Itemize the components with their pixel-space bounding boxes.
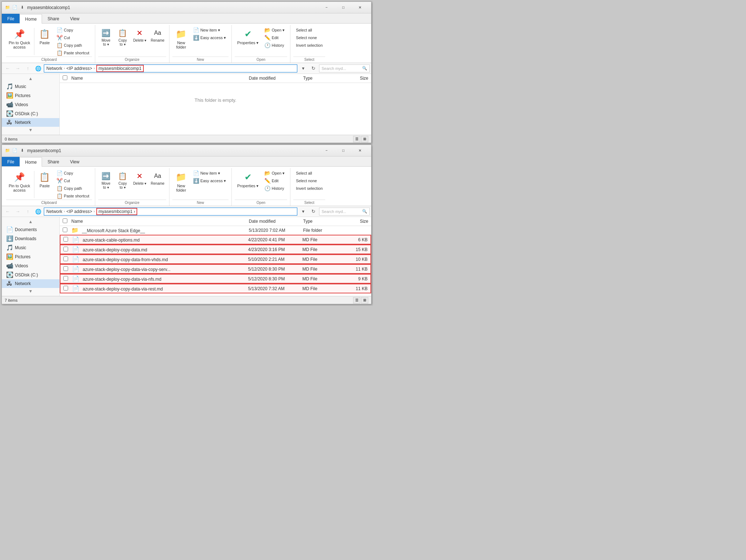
select-all-button[interactable]: Select all <box>293 170 325 177</box>
file-row[interactable]: 📄 azure-stack-deploy-copy-data-via-rest.… <box>60 284 371 293</box>
easy-access-button[interactable]: ⬇️ Easy access ▾ <box>190 34 229 41</box>
address-path[interactable]: Network › <IP address> › myasesmbcomp1 › <box>44 208 297 216</box>
invert-selection-button[interactable]: Invert selection <box>293 185 325 192</box>
paste-button[interactable]: 📋 Paste <box>36 26 53 51</box>
pin-quick-access-button[interactable]: 📌 Pin to Quickaccess <box>6 26 33 51</box>
ribbon-tab-view[interactable]: View <box>64 14 85 23</box>
new-item-button[interactable]: 📄 New item ▾ <box>190 26 229 34</box>
move-to-button[interactable]: ➡️ Moveto ▾ <box>98 170 114 194</box>
paste-shortcut-button[interactable]: 📋 Paste shortcut <box>54 192 92 200</box>
sidebar-scroll-down[interactable]: ▼ <box>2 127 59 133</box>
col-header-type[interactable]: Type <box>303 219 339 224</box>
copy-button[interactable]: 📄 Copy <box>54 26 92 34</box>
delete-button[interactable]: ✕ Delete ▾ <box>131 170 148 194</box>
ribbon-tab-share[interactable]: Share <box>42 157 64 166</box>
new-folder-button[interactable]: 📁 Newfolder <box>172 170 190 194</box>
col-header-size[interactable]: Size <box>339 219 368 224</box>
col-header-date[interactable]: Date modified <box>249 219 303 224</box>
file-checkbox[interactable] <box>63 247 68 251</box>
sidebar-item-videos[interactable]: 📹 Videos <box>2 261 59 270</box>
file-row[interactable]: 📄 azure-stack-cable-options.md 4/22/2020… <box>60 235 371 245</box>
file-checkbox[interactable] <box>63 256 68 261</box>
history-button[interactable]: 🕐 History <box>262 185 287 192</box>
open-button[interactable]: 📂 Open ▾ <box>262 170 287 177</box>
ribbon-tab-view[interactable]: View <box>64 157 85 166</box>
select-all-checkbox[interactable] <box>63 218 67 223</box>
delete-button[interactable]: ✕ Delete ▾ <box>131 26 148 51</box>
minimize-button[interactable]: − <box>318 145 335 156</box>
sidebar-item-osdisk--c--[interactable]: 💽 OSDisk (C:) <box>2 109 59 118</box>
copy-to-button[interactable]: 📋 Copyto ▾ <box>115 26 131 51</box>
sidebar-item-music[interactable]: 🎵 Music <box>2 82 59 91</box>
sidebar-item-music[interactable]: 🎵 Music <box>2 243 59 252</box>
large-icon-view-button[interactable]: ⊞ <box>361 136 368 142</box>
search-box[interactable]: Search myd... 🔍 <box>319 64 370 72</box>
file-row[interactable]: 📄 azure-stack-deploy-copy-data-from-vhds… <box>60 254 371 264</box>
col-header-size[interactable]: Size <box>339 76 368 81</box>
file-checkbox[interactable] <box>63 286 68 291</box>
open-button[interactable]: 📂 Open ▾ <box>262 26 287 34</box>
ribbon-tab-home[interactable]: Home <box>20 157 42 167</box>
breadcrumb-network[interactable]: Network <box>46 209 62 214</box>
pin-quick-access-button[interactable]: 📌 Pin to Quickaccess <box>6 170 33 194</box>
properties-button[interactable]: ✔ Properties ▾ <box>235 170 261 194</box>
forward-button[interactable]: → <box>13 64 22 73</box>
rename-button[interactable]: Aa Rename <box>149 170 166 194</box>
sidebar-item-pictures[interactable]: 🖼️ Pictures <box>2 252 59 261</box>
paste-button[interactable]: 📋 Paste <box>36 170 53 194</box>
file-row[interactable]: 📄 azure-stack-deploy-copy-data-via-copy-… <box>60 264 371 274</box>
invert-selection-button[interactable]: Invert selection <box>293 42 325 49</box>
details-view-button[interactable]: ☰ <box>353 297 360 304</box>
minimize-button[interactable]: − <box>318 2 335 13</box>
cut-button[interactable]: ✂️ Cut <box>54 34 92 41</box>
sidebar-item-downloads[interactable]: ⬇️ Downloads <box>2 234 59 243</box>
refresh-button[interactable]: ↻ <box>309 64 318 73</box>
ribbon-tab-file[interactable]: File <box>2 14 20 23</box>
edit-button[interactable]: ✏️ Edit <box>262 34 287 41</box>
close-button[interactable]: ✕ <box>352 2 368 13</box>
select-all-button[interactable]: Select all <box>293 26 325 34</box>
sidebar-item-osdisk--c--[interactable]: 💽 OSDisk (C:) <box>2 270 59 279</box>
forward-button[interactable]: → <box>13 207 22 216</box>
sidebar-item-network[interactable]: 🖧 Network <box>2 279 59 288</box>
large-icon-view-button[interactable]: ⊞ <box>361 297 368 304</box>
col-header-name[interactable]: Name <box>71 76 249 81</box>
refresh-button[interactable]: ↻ <box>309 207 318 216</box>
rename-button[interactable]: Aa Rename <box>149 26 166 51</box>
close-button[interactable]: ✕ <box>352 145 368 156</box>
select-none-button[interactable]: Select none <box>293 34 325 41</box>
file-row[interactable]: 📁 __Microsoft Azure Stack Edge__ 5/13/20… <box>60 226 371 235</box>
back-button[interactable]: ← <box>3 207 12 216</box>
select-none-button[interactable]: Select none <box>293 177 325 184</box>
breadcrumb-network[interactable]: Network <box>46 66 62 71</box>
breadcrumb-ip[interactable]: <IP address> <box>66 209 92 214</box>
sidebar-item-network[interactable]: 🖧 Network <box>2 118 59 127</box>
search-box[interactable]: Search myd... 🔍 <box>319 208 370 216</box>
select-all-checkbox[interactable] <box>63 75 67 80</box>
move-to-button[interactable]: ➡️ Moveto ▾ <box>98 26 114 51</box>
maximize-button[interactable]: □ <box>335 145 352 156</box>
file-checkbox[interactable] <box>63 266 68 271</box>
col-header-date[interactable]: Date modified <box>249 76 303 81</box>
col-header-name[interactable]: Name <box>71 219 249 224</box>
file-checkbox[interactable] <box>63 227 67 232</box>
breadcrumb-share[interactable]: myasesmbcomp1 › <box>96 208 137 215</box>
easy-access-button[interactable]: ⬇️ Easy access ▾ <box>190 177 229 184</box>
ribbon-tab-file[interactable]: File <box>2 157 20 166</box>
up-button[interactable]: ↑ <box>24 64 32 73</box>
sidebar-item-documents[interactable]: 📄 Documents <box>2 225 59 234</box>
file-row[interactable]: 📄 azure-stack-deploy-copy-data-via-nfs.m… <box>60 274 371 284</box>
edit-button[interactable]: ✏️ Edit <box>262 177 287 184</box>
new-folder-button[interactable]: 📁 Newfolder <box>172 26 190 51</box>
breadcrumb-ip[interactable]: <IP address> <box>66 66 92 71</box>
copy-to-button[interactable]: 📋 Copyto ▾ <box>115 170 131 194</box>
dropdown-button[interactable]: ▾ <box>299 64 307 73</box>
copy-path-button[interactable]: 📋 Copy path <box>54 185 92 192</box>
copy-path-button[interactable]: 📋 Copy path <box>54 42 92 49</box>
properties-button[interactable]: ✔ Properties ▾ <box>235 26 261 51</box>
col-header-type[interactable]: Type <box>303 76 339 81</box>
cut-button[interactable]: ✂️ Cut <box>54 177 92 184</box>
dropdown-button[interactable]: ▾ <box>299 207 307 216</box>
paste-shortcut-button[interactable]: 📋 Paste shortcut <box>54 49 92 57</box>
new-item-button[interactable]: 📄 New item ▾ <box>190 170 229 177</box>
